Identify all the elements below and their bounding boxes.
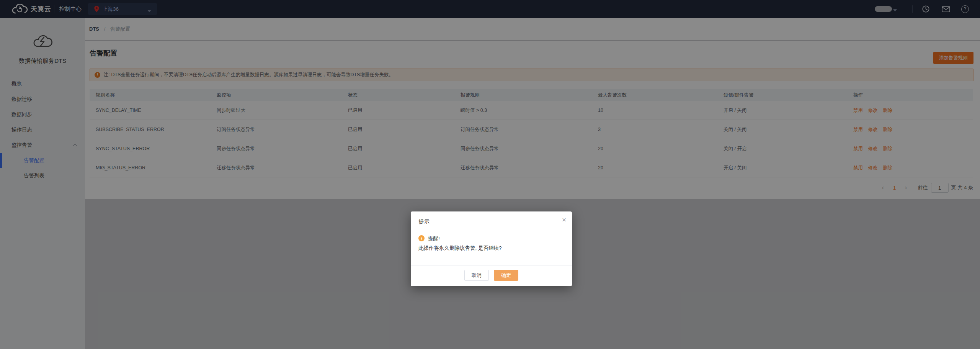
dialog-buttons: 取消 确定 (411, 270, 572, 281)
dialog-title: 提示 (418, 218, 430, 225)
cancel-button[interactable]: 取消 (464, 270, 489, 281)
confirm-delete-dialog: 提示 × i 提醒! 此操作将永久删除该告警, 是否继续? 取消 确定 (411, 211, 572, 286)
dialog-header-divider (411, 230, 572, 230)
confirm-button[interactable]: 确定 (494, 270, 518, 281)
info-icon: i (418, 235, 425, 241)
modal-dim-overlay (0, 0, 980, 349)
dialog-footer-divider (411, 265, 572, 265)
dialog-alert-title: 提醒! (428, 235, 440, 242)
dialog-message: 此操作将永久删除该告警, 是否继续? (418, 245, 502, 252)
close-icon[interactable]: × (562, 216, 566, 224)
